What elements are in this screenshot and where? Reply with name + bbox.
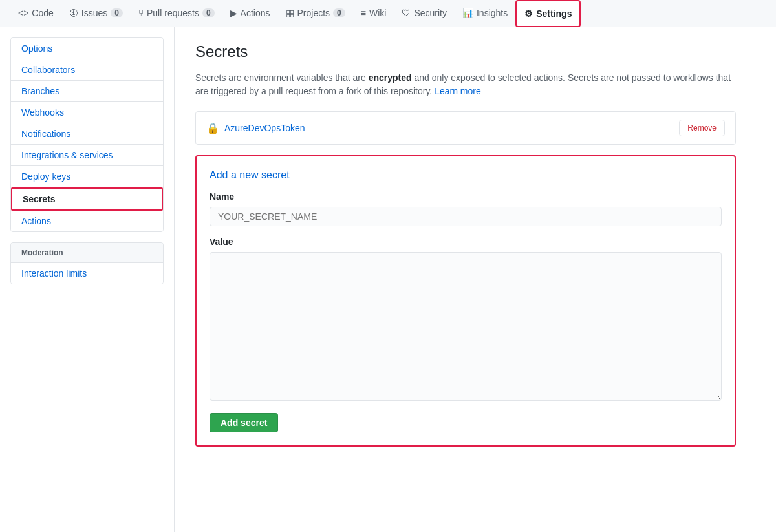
nav-insights-label: Insights bbox=[477, 8, 508, 18]
desc-bold: encrypted bbox=[369, 72, 412, 83]
learn-more-link[interactable]: Learn more bbox=[435, 86, 481, 96]
nav-issues-label: Issues bbox=[81, 8, 107, 18]
sidebar-item-collaborators[interactable]: Collaborators bbox=[11, 59, 163, 81]
page-layout: Options Collaborators Branches Webhooks … bbox=[0, 27, 776, 532]
nav-insights[interactable]: 📊 Insights bbox=[455, 0, 515, 27]
nav-security[interactable]: 🛡 Security bbox=[394, 0, 455, 27]
nav-projects[interactable]: ▦ Projects 0 bbox=[278, 0, 353, 27]
name-field-group: Name bbox=[210, 191, 722, 226]
nav-pull-requests[interactable]: ⑂ Pull requests 0 bbox=[131, 0, 222, 27]
issues-icon: 🛈 bbox=[69, 8, 78, 18]
nav-projects-label: Projects bbox=[297, 8, 330, 18]
nav-settings[interactable]: ⚙ Settings bbox=[515, 0, 581, 27]
add-secret-form: Add a new secret Name Value Add secret bbox=[195, 155, 736, 447]
sidebar-moderation-section: Moderation Interaction limits bbox=[10, 242, 164, 284]
value-field-group: Value bbox=[210, 237, 722, 403]
lock-icon: 🔒 bbox=[206, 122, 219, 134]
wiki-icon: ≡ bbox=[361, 8, 366, 18]
secret-name-input[interactable] bbox=[210, 207, 722, 226]
nav-wiki[interactable]: ≡ Wiki bbox=[353, 0, 394, 27]
secret-value-input[interactable] bbox=[210, 252, 722, 401]
nav-security-label: Security bbox=[414, 8, 447, 18]
sidebar-item-integrations[interactable]: Integrations & services bbox=[11, 145, 163, 166]
nav-code[interactable]: <> Code bbox=[10, 0, 61, 27]
sidebar-main-section: Options Collaborators Branches Webhooks … bbox=[10, 37, 164, 232]
issues-badge: 0 bbox=[111, 8, 123, 17]
nav-issues[interactable]: 🛈 Issues 0 bbox=[61, 0, 131, 27]
sidebar-item-notifications[interactable]: Notifications bbox=[11, 123, 163, 145]
actions-icon: ▶ bbox=[230, 8, 237, 18]
nav-pr-label: Pull requests bbox=[147, 8, 199, 18]
value-label: Value bbox=[210, 237, 722, 247]
secret-item: 🔒 AzureDevOpsToken Remove bbox=[195, 111, 736, 145]
main-content: Secrets Secrets are environment variable… bbox=[175, 27, 757, 532]
page-description: Secrets are environment variables that a… bbox=[195, 71, 736, 98]
top-navigation: <> Code 🛈 Issues 0 ⑂ Pull requests 0 ▶ A… bbox=[0, 0, 776, 27]
sidebar-item-deploy-keys[interactable]: Deploy keys bbox=[11, 166, 163, 187]
moderation-header: Moderation bbox=[11, 243, 163, 263]
nav-wiki-label: Wiki bbox=[369, 8, 386, 18]
nav-code-label: Code bbox=[32, 8, 53, 18]
sidebar-item-webhooks[interactable]: Webhooks bbox=[11, 102, 163, 123]
add-secret-button[interactable]: Add secret bbox=[210, 413, 278, 432]
settings-icon: ⚙ bbox=[524, 8, 533, 19]
nav-settings-label: Settings bbox=[536, 8, 572, 19]
secret-name-label: AzureDevOpsToken bbox=[224, 123, 305, 133]
secret-name-container: 🔒 AzureDevOpsToken bbox=[206, 122, 305, 134]
sidebar-item-interaction-limits[interactable]: Interaction limits bbox=[11, 263, 163, 284]
sidebar-item-actions[interactable]: Actions bbox=[11, 211, 163, 231]
nav-actions[interactable]: ▶ Actions bbox=[222, 0, 278, 27]
desc-text1: Secrets are environment variables that a… bbox=[195, 72, 369, 83]
nav-actions-label: Actions bbox=[241, 8, 270, 18]
form-title: Add a new secret bbox=[210, 169, 722, 181]
name-label: Name bbox=[210, 191, 722, 202]
security-icon: 🛡 bbox=[402, 8, 411, 18]
code-icon: <> bbox=[18, 8, 28, 18]
sidebar: Options Collaborators Branches Webhooks … bbox=[0, 27, 175, 532]
sidebar-item-secrets[interactable]: Secrets bbox=[11, 187, 163, 211]
remove-secret-button[interactable]: Remove bbox=[679, 120, 725, 136]
sidebar-item-options[interactable]: Options bbox=[11, 38, 163, 59]
sidebar-item-branches[interactable]: Branches bbox=[11, 81, 163, 102]
projects-icon: ▦ bbox=[286, 8, 294, 18]
pr-badge: 0 bbox=[202, 8, 215, 17]
pr-icon: ⑂ bbox=[138, 8, 144, 18]
page-title: Secrets bbox=[195, 43, 736, 61]
insights-icon: 📊 bbox=[462, 8, 473, 18]
projects-badge: 0 bbox=[333, 8, 345, 17]
